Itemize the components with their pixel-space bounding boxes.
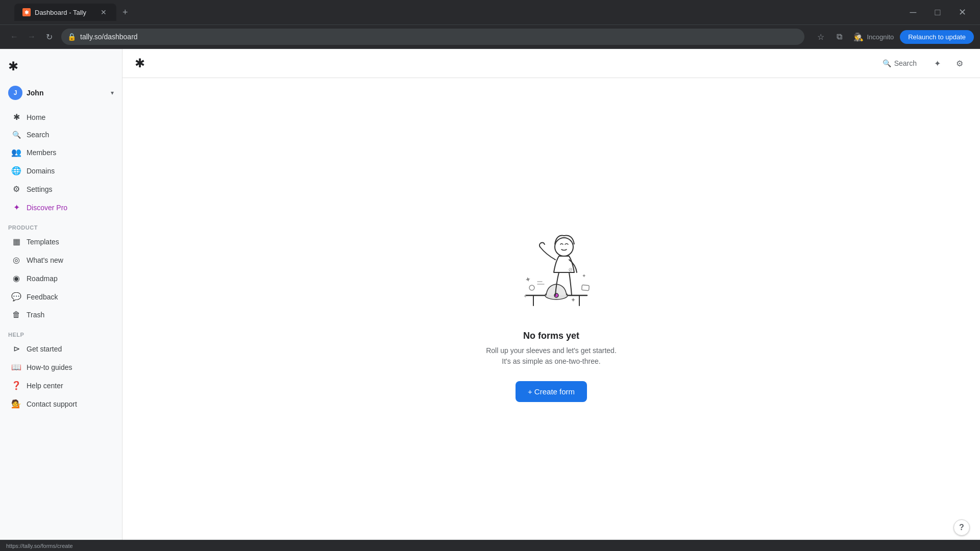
sidebar-item-discover-pro[interactable]: ✦ Discover Pro [3,198,119,216]
sidebar-item-feedback[interactable]: 💬 Feedback [3,288,119,306]
lock-icon: 🔒 [67,33,76,41]
sidebar-item-help-center-label: Help center [27,382,63,390]
forward-button[interactable]: → [23,29,40,45]
sidebar-item-templates[interactable]: ▦ Templates [3,233,119,251]
header-search-icon: 🔍 [883,59,891,67]
user-name: John [27,89,107,97]
header-sparkle-button[interactable]: ✦ [929,55,945,71]
main-content: ✱ 🔍 Search ✦ ⚙ [122,49,980,540]
sidebar-item-members-label: Members [27,148,56,157]
contact-support-icon: 💁 [11,399,21,409]
feedback-icon: 💬 [11,292,21,302]
tally-logo: ✱ [0,55,122,82]
header-search-label: Search [894,59,917,67]
sidebar-item-how-to-guides-label: How-to guides [27,363,72,371]
discover-pro-icon: ✦ [11,203,21,212]
sidebar-item-get-started-label: Get started [27,345,62,353]
svg-text:✦: ✦ [571,296,576,304]
empty-state-title: No forms yet [523,331,579,341]
sidebar-item-contact-support-label: Contact support [27,400,77,408]
chevron-down-icon[interactable]: ▾ [111,89,114,96]
new-tab-button[interactable]: + [118,5,132,20]
members-icon: 👥 [11,147,21,157]
templates-icon: ▦ [11,237,21,246]
main-logo-icon: ✱ [135,56,145,70]
close-window-button[interactable]: ✕ [950,4,974,20]
sidebar-item-trash-label: Trash [27,311,44,319]
tabs-container: ✱ Dashboard - Tally ✕ + [14,4,897,21]
sidebar-item-domains[interactable]: 🌐 Domains [3,162,119,180]
active-tab[interactable]: ✱ Dashboard - Tally ✕ [14,4,116,21]
product-nav: ▦ Templates ◎ What's new ◉ Roadmap 💬 Fee… [0,233,122,323]
window-controls: ─ □ ✕ [901,4,974,20]
header-search-button[interactable]: 🔍 Search [876,56,923,70]
sidebar: ✱ J John ▾ ✱ Home 🔍 Search [0,49,122,540]
bookmark-button[interactable]: ☆ [813,29,829,45]
incognito-button[interactable]: 🕵 Incognito [849,30,898,44]
roadmap-icon: ◉ [11,273,21,283]
browser-window: ✱ Dashboard - Tally ✕ + ─ □ ✕ ← → ↻ 🔒 ta… [0,0,980,551]
tab-title: Dashboard - Tally [35,9,95,16]
svg-text:✦: ✦ [524,274,532,284]
minimize-button[interactable]: ─ [901,4,925,20]
status-bar: https://tally.so/forms/create [0,540,980,551]
app-layout: ✱ J John ▾ ✱ Home 🔍 Search [0,49,980,540]
help-button[interactable]: ? [953,519,970,536]
sidebar-item-members[interactable]: 👥 Members [3,143,119,161]
tally-logo-icon: ✱ [8,59,18,73]
extensions-button[interactable]: ⧉ [831,29,847,45]
sidebar-item-search[interactable]: 🔍 Search [3,127,119,143]
svg-rect-9 [582,285,590,290]
sidebar-item-whats-new[interactable]: ◎ What's new [3,251,119,269]
sidebar-item-feedback-label: Feedback [27,293,58,301]
sidebar-item-home-label: Home [27,113,45,121]
address-bar-row: ← → ↻ 🔒 tally.so/dashboard ☆ ⧉ 🕵 Incogni… [0,25,980,49]
sidebar-item-domains-label: Domains [27,167,55,175]
sidebar-item-help-center[interactable]: ❓ Help center [3,377,119,394]
sidebar-item-contact-support[interactable]: 💁 Contact support [3,395,119,413]
empty-state: ✦ ✦ ✦ ✦ ⊘ [122,78,980,540]
sidebar-item-settings[interactable]: ⚙ Settings [3,180,119,198]
sidebar-item-get-started[interactable]: ⊳ Get started [3,340,119,358]
sidebar-item-roadmap-label: Roadmap [27,274,58,283]
nav-controls: ← → ↻ [6,29,57,45]
tab-bar: ✱ Dashboard - Tally ✕ + ─ □ ✕ [0,0,980,25]
tab-close-button[interactable]: ✕ [99,8,108,17]
sidebar-item-whats-new-label: What's new [27,256,63,264]
svg-point-10 [529,285,534,290]
user-header[interactable]: J John ▾ [0,82,122,108]
relaunch-button[interactable]: Relaunch to update [900,30,974,44]
main-header: ✱ 🔍 Search ✦ ⚙ [122,49,980,78]
tab-favicon: ✱ [22,8,31,16]
trash-icon: 🗑 [11,310,21,319]
back-button[interactable]: ← [6,29,22,45]
sidebar-item-templates-label: Templates [27,238,59,246]
sidebar-item-roadmap[interactable]: ◉ Roadmap [3,269,119,287]
svg-point-14 [555,238,573,256]
header-settings-button[interactable]: ⚙ [951,55,968,71]
main-header-right: 🔍 Search ✦ ⚙ [876,55,968,71]
svg-text:✦: ✦ [523,293,527,299]
main-header-left: ✱ [135,56,145,70]
help-section-label: Help [0,323,122,340]
sidebar-item-home[interactable]: ✱ Home [3,108,119,126]
help-nav: ⊳ Get started 📖 How-to guides ❓ Help cen… [0,340,122,413]
avatar: J [8,86,22,100]
whats-new-icon: ◎ [11,255,21,265]
incognito-label: Incognito [867,33,894,41]
search-icon: 🔍 [11,131,21,139]
svg-text:⊘: ⊘ [568,266,573,272]
how-to-guides-icon: 📖 [11,362,21,372]
reload-button[interactable]: ↻ [41,29,57,45]
incognito-icon: 🕵 [853,32,864,42]
sidebar-item-how-to-guides[interactable]: 📖 How-to guides [3,358,119,376]
create-form-button[interactable]: + Create form [516,381,587,402]
help-center-icon: ❓ [11,381,21,390]
sidebar-item-settings-label: Settings [27,185,53,193]
address-bar[interactable]: 🔒 tally.so/dashboard [61,29,804,45]
toolbar-right: ☆ ⧉ 🕵 Incognito Relaunch to update [813,29,974,45]
status-url: https://tally.so/forms/create [6,543,73,549]
sidebar-item-trash[interactable]: 🗑 Trash [3,306,119,323]
maximize-button[interactable]: □ [926,4,949,20]
url-text: tally.so/dashboard [80,33,798,41]
